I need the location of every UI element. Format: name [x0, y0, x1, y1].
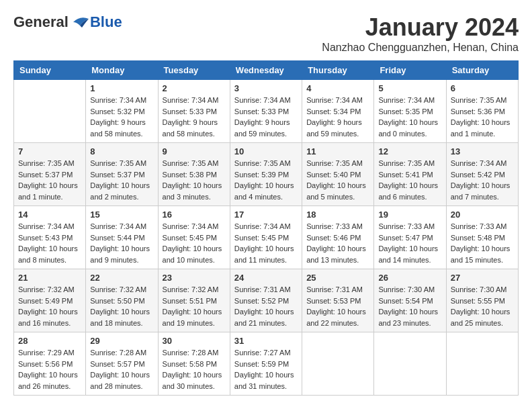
day-info: Sunrise: 7:34 AMSunset: 5:45 PMDaylight:… [163, 221, 226, 265]
sunset-text: Sunset: 5:50 PM [90, 295, 153, 307]
sunset-text: Sunset: 5:36 PM [451, 106, 514, 118]
calendar-cell [446, 332, 518, 396]
day-of-week-header: Thursday [302, 61, 374, 80]
sunrise-text: Sunrise: 7:35 AM [234, 158, 298, 169]
calendar-week-row: 1Sunrise: 7:34 AMSunset: 5:32 PMDaylight… [14, 80, 519, 143]
day-info: Sunrise: 7:35 AMSunset: 5:41 PMDaylight:… [378, 158, 441, 202]
sunset-text: Sunset: 5:54 PM [378, 295, 441, 307]
sunrise-text: Sunrise: 7:34 AM [163, 95, 226, 106]
day-info: Sunrise: 7:28 AMSunset: 5:57 PMDaylight:… [90, 347, 153, 392]
day-info: Sunrise: 7:31 AMSunset: 5:53 PMDaylight:… [306, 284, 369, 328]
calendar-cell: 3Sunrise: 7:34 AMSunset: 5:33 PMDaylight… [230, 80, 302, 143]
day-number: 10 [234, 146, 298, 156]
sunrise-text: Sunrise: 7:28 AM [163, 347, 226, 359]
day-number: 2 [163, 83, 226, 93]
sunset-text: Sunset: 5:38 PM [163, 169, 226, 181]
sunrise-text: Sunrise: 7:31 AM [306, 284, 369, 295]
sunrise-text: Sunrise: 7:31 AM [234, 284, 298, 295]
calendar-cell: 16Sunrise: 7:34 AMSunset: 5:45 PMDayligh… [158, 206, 230, 269]
daylight-text: Daylight: 10 hours and 15 minutes. [451, 243, 514, 265]
daylight-text: Daylight: 9 hours and 58 minutes. [90, 117, 153, 139]
day-number: 18 [306, 210, 369, 220]
sunset-text: Sunset: 5:48 PM [451, 232, 514, 244]
day-info: Sunrise: 7:34 AMSunset: 5:44 PMDaylight:… [90, 221, 153, 265]
sunrise-text: Sunrise: 7:35 AM [378, 158, 441, 169]
sunset-text: Sunset: 5:49 PM [18, 295, 81, 307]
calendar-cell [302, 332, 374, 396]
sunset-text: Sunset: 5:40 PM [306, 169, 369, 181]
sunset-text: Sunset: 5:34 PM [306, 106, 369, 118]
sunset-text: Sunset: 5:32 PM [90, 106, 153, 118]
day-number: 9 [163, 146, 226, 156]
day-number: 28 [18, 336, 81, 346]
day-info: Sunrise: 7:35 AMSunset: 5:38 PMDaylight:… [163, 158, 226, 202]
day-info: Sunrise: 7:34 AMSunset: 5:32 PMDaylight:… [90, 95, 153, 139]
sunset-text: Sunset: 5:44 PM [90, 232, 153, 244]
calendar-cell: 13Sunrise: 7:34 AMSunset: 5:42 PMDayligh… [446, 143, 518, 206]
calendar-cell: 21Sunrise: 7:32 AMSunset: 5:49 PMDayligh… [14, 269, 86, 332]
day-info: Sunrise: 7:35 AMSunset: 5:37 PMDaylight:… [18, 158, 81, 202]
calendar-cell: 9Sunrise: 7:35 AMSunset: 5:38 PMDaylight… [158, 143, 230, 206]
sunrise-text: Sunrise: 7:35 AM [90, 158, 153, 169]
sunrise-text: Sunrise: 7:34 AM [234, 95, 298, 106]
day-of-week-header: Friday [374, 61, 446, 80]
daylight-text: Daylight: 10 hours and 14 minutes. [378, 243, 441, 265]
calendar-cell: 2Sunrise: 7:34 AMSunset: 5:33 PMDaylight… [158, 80, 230, 143]
sunset-text: Sunset: 5:57 PM [90, 359, 153, 370]
sunset-text: Sunset: 5:59 PM [234, 359, 298, 370]
sunset-text: Sunset: 5:33 PM [234, 106, 298, 118]
day-number: 16 [163, 210, 226, 220]
calendar-cell: 25Sunrise: 7:31 AMSunset: 5:53 PMDayligh… [302, 269, 374, 332]
calendar-cell: 24Sunrise: 7:31 AMSunset: 5:52 PMDayligh… [230, 269, 302, 332]
day-number: 1 [90, 83, 153, 93]
daylight-text: Daylight: 9 hours and 59 minutes. [306, 117, 369, 139]
day-number: 15 [90, 210, 153, 220]
logo-bird-icon [70, 15, 90, 29]
calendar-cell: 17Sunrise: 7:34 AMSunset: 5:45 PMDayligh… [230, 206, 302, 269]
daylight-text: Daylight: 10 hours and 7 minutes. [451, 180, 514, 202]
calendar-header-row: SundayMondayTuesdayWednesdayThursdayFrid… [14, 61, 519, 80]
sunset-text: Sunset: 5:43 PM [18, 232, 81, 244]
calendar-cell: 4Sunrise: 7:34 AMSunset: 5:34 PMDaylight… [302, 80, 374, 143]
day-info: Sunrise: 7:34 AMSunset: 5:42 PMDaylight:… [451, 158, 514, 202]
day-info: Sunrise: 7:32 AMSunset: 5:49 PMDaylight:… [18, 284, 81, 328]
daylight-text: Daylight: 10 hours and 1 minute. [451, 117, 514, 139]
calendar-cell: 5Sunrise: 7:34 AMSunset: 5:35 PMDaylight… [374, 80, 446, 143]
sunset-text: Sunset: 5:37 PM [18, 169, 81, 181]
sunrise-text: Sunrise: 7:32 AM [18, 284, 81, 295]
sunset-text: Sunset: 5:52 PM [234, 295, 298, 307]
sunrise-text: Sunrise: 7:30 AM [451, 284, 514, 295]
day-number: 19 [378, 210, 441, 220]
daylight-text: Daylight: 10 hours and 16 minutes. [18, 306, 81, 328]
day-number: 21 [18, 273, 81, 283]
calendar-cell [14, 80, 86, 143]
month-title: January 2024 [322, 13, 519, 42]
daylight-text: Daylight: 10 hours and 19 minutes. [163, 306, 226, 328]
day-number: 6 [451, 83, 514, 93]
calendar-cell: 14Sunrise: 7:34 AMSunset: 5:43 PMDayligh… [14, 206, 86, 269]
day-info: Sunrise: 7:29 AMSunset: 5:56 PMDaylight:… [18, 347, 81, 392]
calendar-cell [374, 332, 446, 396]
sunset-text: Sunset: 5:51 PM [163, 295, 226, 307]
daylight-text: Daylight: 10 hours and 18 minutes. [90, 306, 153, 328]
sunrise-text: Sunrise: 7:34 AM [163, 221, 226, 232]
sunrise-text: Sunrise: 7:34 AM [378, 95, 441, 106]
daylight-text: Daylight: 10 hours and 28 minutes. [90, 369, 153, 392]
sunset-text: Sunset: 5:42 PM [451, 169, 514, 181]
day-info: Sunrise: 7:35 AMSunset: 5:39 PMDaylight:… [234, 158, 298, 202]
day-info: Sunrise: 7:31 AMSunset: 5:52 PMDaylight:… [234, 284, 298, 328]
sunrise-text: Sunrise: 7:33 AM [451, 221, 514, 232]
day-info: Sunrise: 7:34 AMSunset: 5:33 PMDaylight:… [234, 95, 298, 139]
calendar-cell: 20Sunrise: 7:33 AMSunset: 5:48 PMDayligh… [446, 206, 518, 269]
calendar-cell: 19Sunrise: 7:33 AMSunset: 5:47 PMDayligh… [374, 206, 446, 269]
sunrise-text: Sunrise: 7:32 AM [90, 284, 153, 295]
calendar-cell: 7Sunrise: 7:35 AMSunset: 5:37 PMDaylight… [14, 143, 86, 206]
day-info: Sunrise: 7:28 AMSunset: 5:58 PMDaylight:… [163, 347, 226, 392]
sunset-text: Sunset: 5:47 PM [378, 232, 441, 244]
daylight-text: Daylight: 10 hours and 21 minutes. [234, 306, 298, 328]
day-number: 13 [451, 146, 514, 156]
calendar-cell: 22Sunrise: 7:32 AMSunset: 5:50 PMDayligh… [86, 269, 158, 332]
sunset-text: Sunset: 5:45 PM [163, 232, 226, 244]
sunrise-text: Sunrise: 7:34 AM [18, 221, 81, 232]
day-of-week-header: Saturday [446, 61, 518, 80]
